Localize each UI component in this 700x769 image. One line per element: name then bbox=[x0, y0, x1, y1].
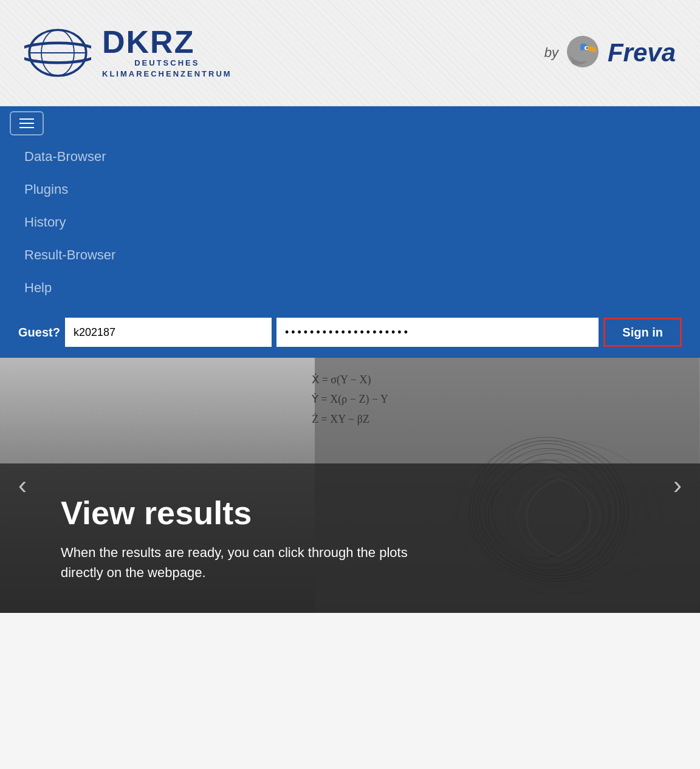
nav-item-plugins[interactable]: Plugins bbox=[18, 173, 682, 206]
signin-button[interactable]: Sign in bbox=[603, 318, 682, 347]
password-input[interactable] bbox=[276, 318, 599, 347]
auth-row: Guest? Sign in bbox=[0, 310, 700, 358]
freva-logo-group: by Freva bbox=[544, 33, 676, 73]
username-input[interactable] bbox=[65, 318, 272, 347]
nav-item-history[interactable]: History bbox=[18, 206, 682, 239]
freva-by-text: by bbox=[544, 45, 558, 61]
freva-bird-icon bbox=[563, 33, 603, 73]
hero-description: When the results are ready, you can clic… bbox=[61, 542, 413, 583]
site-header: DKRZ DEUTSCHES KLIMARECHENZENTRUM by bbox=[0, 0, 700, 106]
equation-line-1: Ẋ = σ(Y − X) bbox=[312, 370, 388, 389]
equations-overlay: Ẋ = σ(Y − X) Ẏ = X(ρ − Z) − Y Ż = XY − β… bbox=[312, 370, 388, 429]
hamburger-line-3 bbox=[19, 127, 34, 128]
nav-item-result-browser[interactable]: Result-Browser bbox=[18, 239, 682, 272]
hamburger-button[interactable] bbox=[10, 111, 44, 135]
dkrz-title: DKRZ bbox=[102, 26, 232, 58]
hero-content-overlay: View results When the results are ready,… bbox=[0, 463, 700, 613]
hamburger-line-1 bbox=[19, 118, 34, 120]
carousel-next-button[interactable]: › bbox=[667, 465, 688, 506]
nav-item-help[interactable]: Help bbox=[18, 272, 682, 304]
hero-section: Ẋ = σ(Y − X) Ẏ = X(ρ − Z) − Y Ż = XY − β… bbox=[0, 358, 700, 613]
equation-line-3: Ż = XY − βZ bbox=[312, 409, 388, 429]
nav-item-data-browser[interactable]: Data-Browser bbox=[18, 140, 682, 173]
equation-line-2: Ẏ = X(ρ − Z) − Y bbox=[312, 389, 388, 409]
carousel-prev-button[interactable]: ‹ bbox=[12, 465, 33, 506]
dkrz-text-group: DKRZ DEUTSCHES KLIMARECHENZENTRUM bbox=[102, 26, 232, 80]
guest-label: Guest? bbox=[18, 326, 60, 340]
freva-name-text: Freva bbox=[608, 38, 676, 67]
dkrz-subtitle: DEUTSCHES KLIMARECHENZENTRUM bbox=[102, 58, 232, 80]
dkrz-globe-icon bbox=[24, 26, 91, 80]
hero-title: View results bbox=[61, 494, 627, 531]
nav-menu: Data-Browser Plugins History Result-Brow… bbox=[0, 140, 700, 310]
svg-point-6 bbox=[586, 47, 588, 49]
main-navbar: Data-Browser Plugins History Result-Brow… bbox=[0, 106, 700, 358]
dkrz-logo-group: DKRZ DEUTSCHES KLIMARECHENZENTRUM bbox=[24, 26, 232, 80]
freva-logo: by Freva bbox=[544, 33, 676, 73]
hamburger-line-2 bbox=[19, 123, 34, 124]
navbar-top bbox=[0, 106, 700, 140]
